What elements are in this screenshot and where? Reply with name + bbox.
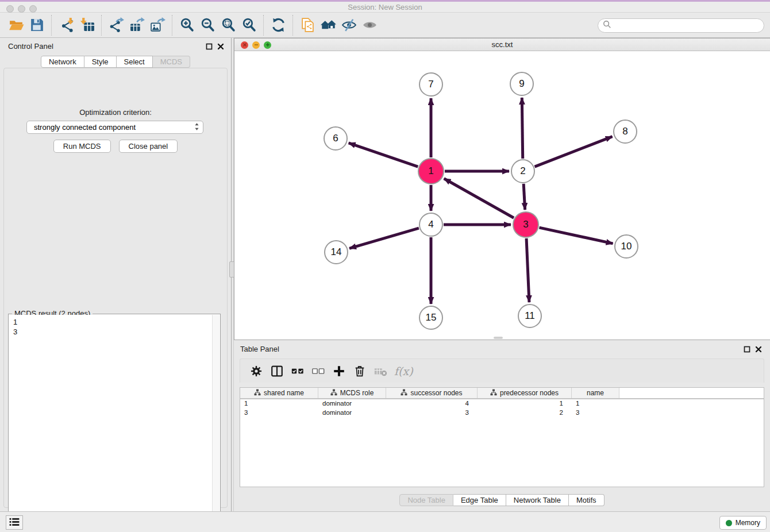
zoom-out-button[interactable]: [197, 16, 218, 35]
apply-layout-button[interactable]: [268, 16, 288, 35]
float-panel-icon[interactable]: [205, 43, 213, 50]
function-builder-button: f(x): [394, 365, 413, 377]
graph-node-2[interactable]: 2: [511, 159, 535, 183]
table-row[interactable]: 3dominator323: [240, 408, 764, 418]
table-cell[interactable]: dominator: [318, 408, 386, 418]
table-tabs: Node TableEdge TableNetwork TableMotifs: [234, 494, 770, 506]
graph-edge-3-11[interactable]: [526, 238, 529, 302]
delete-column-button[interactable]: [349, 362, 370, 380]
network-canvas[interactable]: 1234678910111415: [234, 51, 769, 340]
graph-edge-1-6[interactable]: [349, 143, 418, 167]
table-row[interactable]: 1dominator411: [240, 399, 764, 408]
toolbar-separator: [172, 15, 172, 36]
graph-node-1[interactable]: 1: [418, 158, 444, 184]
network-window-titlebar[interactable]: scc.txt: [234, 38, 770, 51]
tab-network-table[interactable]: Network Table: [506, 494, 569, 506]
close-panel-button[interactable]: Close panel: [119, 140, 178, 153]
column-header-successor-nodes[interactable]: successor nodes: [386, 388, 478, 398]
memory-label: Memory: [736, 519, 760, 527]
clone-network-button[interactable]: [297, 16, 318, 35]
tab-motifs[interactable]: Motifs: [569, 494, 605, 506]
canvas-resize-grip[interactable]: [494, 337, 503, 339]
zoom-in-button[interactable]: [176, 16, 197, 35]
table-panel: Table Panel f(x) shared nameMCDS rolesuc…: [234, 340, 770, 511]
table-cell[interactable]: dominator: [318, 399, 386, 408]
graph-edge-2-3[interactable]: [523, 184, 525, 210]
graph-edge-3-1[interactable]: [444, 179, 514, 218]
table-cell[interactable]: 4: [386, 399, 478, 408]
criterion-select[interactable]: strongly connected component: [26, 121, 203, 134]
graph-node-6[interactable]: 6: [324, 126, 348, 151]
graph-node-8[interactable]: 8: [613, 119, 637, 144]
import-table-button[interactable]: [76, 16, 97, 35]
hierarchy-icon: [490, 389, 497, 398]
select-all-rows-button[interactable]: [287, 362, 308, 380]
table-options-button[interactable]: [246, 362, 267, 380]
graph-node-11[interactable]: 11: [518, 304, 542, 328]
column-header-predecessor-nodes[interactable]: predecessor nodes: [478, 388, 572, 398]
mcds-result-box: MCDS result (2 nodes) 13: [8, 314, 221, 530]
import-network-button[interactable]: [56, 16, 76, 35]
table-cell[interactable]: 3: [386, 408, 478, 418]
tab-network[interactable]: Network: [41, 56, 84, 68]
control-panel: Control Panel NetworkStyleSelectMCDS Opt…: [0, 38, 231, 511]
graph-node-15[interactable]: 15: [419, 306, 443, 330]
toolbar-separator: [101, 15, 102, 36]
export-table-button[interactable]: [126, 16, 147, 35]
open-session-button[interactable]: [6, 16, 26, 35]
control-panel-tabs: NetworkStyleSelectMCDS: [0, 56, 231, 68]
result-scrollbar[interactable]: [212, 315, 220, 529]
graph-node-10[interactable]: 10: [614, 234, 638, 259]
create-column-button[interactable]: [329, 362, 349, 380]
table-cell[interactable]: 1: [478, 399, 572, 408]
tab-select[interactable]: Select: [117, 56, 153, 68]
column-header-MCDS-role[interactable]: MCDS role: [318, 388, 386, 398]
tab-mcds[interactable]: MCDS: [153, 56, 190, 68]
first-neighbors-button[interactable]: [318, 16, 338, 35]
node-table: shared nameMCDS rolesuccessor nodesprede…: [240, 387, 764, 487]
column-header-name[interactable]: name: [572, 388, 619, 398]
hide-panels-button[interactable]: [338, 16, 359, 35]
save-session-button[interactable]: [26, 16, 47, 35]
graph-edge-3-10[interactable]: [539, 228, 613, 244]
memory-status-dot: [726, 520, 732, 526]
zoom-fit-button[interactable]: [218, 16, 238, 35]
graph-edge-2-9[interactable]: [522, 98, 522, 159]
run-mcds-button[interactable]: Run MCDS: [53, 140, 111, 153]
graph-node-4[interactable]: 4: [419, 213, 443, 237]
mcds-panel: Optimization criterion: strongly connect…: [3, 68, 228, 508]
table-cell[interactable]: 3: [572, 408, 619, 418]
search-box[interactable]: [598, 18, 764, 33]
close-panel-icon[interactable]: [217, 43, 224, 50]
toolbar-separator: [292, 15, 293, 36]
table-cell[interactable]: 1: [240, 399, 318, 408]
graph-node-14[interactable]: 14: [324, 240, 348, 264]
show-columns-button[interactable]: [267, 362, 287, 380]
graph-node-7[interactable]: 7: [419, 72, 443, 97]
column-header-shared-name[interactable]: shared name: [240, 388, 318, 398]
export-network-button[interactable]: [106, 16, 126, 35]
memory-button[interactable]: Memory: [719, 516, 767, 530]
zoom-selected-button[interactable]: [238, 16, 259, 35]
graph-edge-4-14[interactable]: [349, 228, 419, 248]
deselect-all-rows-button[interactable]: [308, 362, 329, 380]
graph-edge-2-8[interactable]: [535, 137, 613, 167]
table-cell[interactable]: 3: [240, 408, 318, 418]
export-image-button[interactable]: [147, 16, 168, 35]
close-table-panel-icon[interactable]: [754, 345, 762, 353]
table-cell[interactable]: 2: [478, 408, 572, 418]
float-table-panel-icon[interactable]: [743, 345, 750, 353]
hierarchy-icon: [330, 389, 337, 398]
criterion-value: strongly connected component: [34, 123, 194, 132]
graph-node-3[interactable]: 3: [513, 211, 539, 238]
task-history-button[interactable]: [6, 515, 23, 530]
search-input[interactable]: [611, 22, 764, 30]
tab-style[interactable]: Style: [84, 56, 117, 68]
toolbar-separator: [51, 15, 52, 36]
show-panels-button[interactable]: [359, 16, 380, 35]
result-line: 3: [13, 327, 212, 337]
graph-node-9[interactable]: 9: [510, 72, 534, 96]
table-cell[interactable]: 1: [572, 399, 619, 408]
tab-edge-table[interactable]: Edge Table: [453, 494, 506, 506]
tab-node-table[interactable]: Node Table: [399, 494, 453, 506]
